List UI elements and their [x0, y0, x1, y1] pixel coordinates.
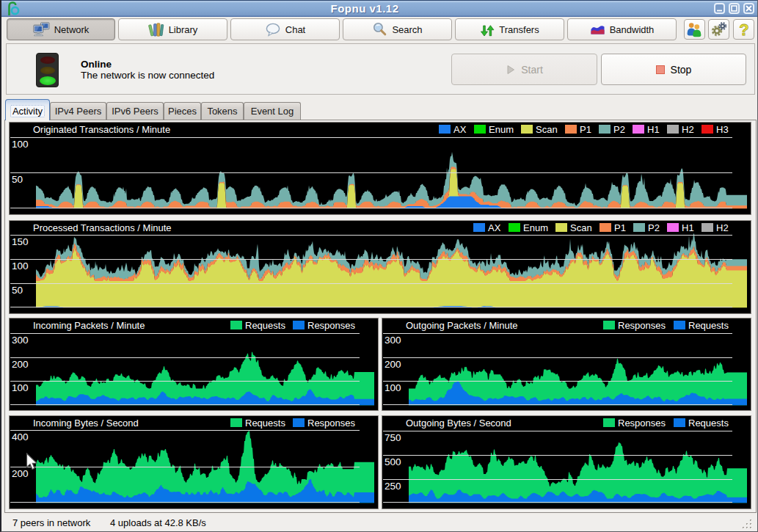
- svg-text:Requests: Requests: [688, 320, 729, 331]
- svg-text:250: 250: [385, 481, 401, 492]
- svg-text:Responses: Responses: [618, 418, 666, 429]
- svg-text:AX: AX: [453, 124, 467, 135]
- svg-text:Outgoing Bytes / Second: Outgoing Bytes / Second: [406, 418, 511, 429]
- svg-text:Requests: Requests: [688, 418, 729, 429]
- svg-text:Scan: Scan: [570, 222, 592, 233]
- svg-text:H1: H1: [647, 124, 660, 135]
- svg-text:100: 100: [385, 382, 401, 393]
- svg-text:?: ?: [739, 21, 748, 38]
- svg-text:Requests: Requests: [245, 320, 285, 331]
- svg-text:100: 100: [12, 382, 29, 393]
- svg-text:100: 100: [12, 260, 29, 272]
- svg-text:Outgoing Packets / Minute: Outgoing Packets / Minute: [406, 320, 517, 331]
- svg-text:H1: H1: [682, 222, 694, 233]
- svg-text:Responses: Responses: [307, 418, 356, 429]
- svg-text:Enum: Enum: [523, 222, 548, 233]
- svg-text:H2: H2: [716, 222, 729, 233]
- svg-text:Responses: Responses: [618, 320, 666, 331]
- svg-text:P2: P2: [648, 222, 660, 233]
- svg-text:Processed Transactions / Minut: Processed Transactions / Minute: [33, 222, 172, 233]
- svg-text:P2: P2: [613, 124, 625, 135]
- svg-text:Originated Transactions / Minu: Originated Transactions / Minute: [33, 124, 170, 135]
- svg-text:H2: H2: [682, 124, 694, 135]
- svg-text:50: 50: [12, 174, 23, 185]
- svg-text:300: 300: [12, 335, 29, 346]
- svg-text:200: 200: [12, 359, 29, 370]
- svg-text:Enum: Enum: [489, 124, 514, 135]
- svg-text:100: 100: [12, 139, 29, 150]
- svg-text:Requests: Requests: [245, 418, 285, 429]
- svg-text:H3: H3: [716, 124, 729, 135]
- svg-text:300: 300: [385, 335, 401, 346]
- svg-text:AX: AX: [488, 222, 501, 233]
- svg-text:50: 50: [12, 285, 23, 296]
- svg-text:Incoming Packets / Minute: Incoming Packets / Minute: [33, 320, 145, 331]
- svg-text:500: 500: [385, 456, 401, 467]
- svg-text:750: 750: [385, 432, 401, 443]
- svg-text:Scan: Scan: [536, 124, 558, 135]
- svg-text:Incoming Bytes / Second: Incoming Bytes / Second: [33, 418, 139, 429]
- svg-text:400: 400: [12, 431, 29, 442]
- svg-text:Responses: Responses: [307, 320, 356, 331]
- svg-text:P1: P1: [580, 124, 591, 135]
- svg-text:200: 200: [385, 359, 401, 370]
- svg-text:150: 150: [12, 236, 29, 247]
- svg-text:P1: P1: [614, 222, 626, 233]
